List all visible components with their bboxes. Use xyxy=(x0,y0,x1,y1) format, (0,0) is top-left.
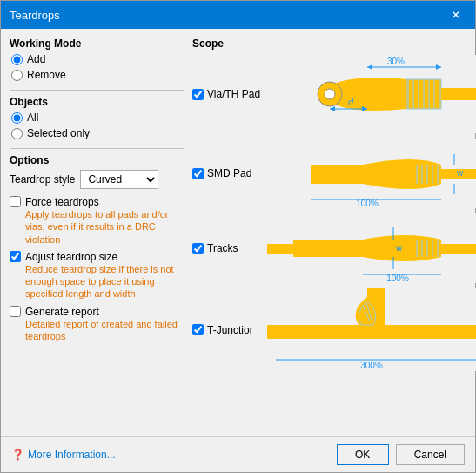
generate-report-option: Generate report Detailed report of creat… xyxy=(10,306,184,343)
force-teardrops-label: Force teardrops xyxy=(25,196,99,208)
t-junction-row: T-Junctior xyxy=(192,288,476,371)
t-junction-diagram: 100% w 300% xyxy=(267,288,476,371)
radio-all[interactable]: All xyxy=(11,111,184,124)
generate-report-main: Generate report xyxy=(10,306,184,318)
cancel-button[interactable]: Cancel xyxy=(396,444,465,465)
working-mode-section: Working Mode Add Remove xyxy=(10,37,184,81)
svg-point-9 xyxy=(325,89,335,99)
dialog-title: Teardrops xyxy=(10,9,60,22)
force-teardrops-checkbox[interactable] xyxy=(10,196,21,207)
ok-button[interactable]: OK xyxy=(337,444,389,465)
all-label: All xyxy=(27,111,38,124)
help-link[interactable]: ❓ More Information... xyxy=(11,449,116,461)
via-th-checkbox[interactable] xyxy=(192,89,204,100)
tracks-checkbox[interactable] xyxy=(192,243,204,254)
svg-rect-39 xyxy=(267,244,293,254)
tracks-diagram: w 100% xyxy=(267,213,476,283)
dialog-teardrops: Teardrops ✕ Working Mode Add Remove xyxy=(0,0,476,473)
via-th-diagram: 30% 70% d xyxy=(267,55,476,133)
tracks-row: Tracks xyxy=(192,213,476,283)
adjust-size-option: Adjust teardrop size Reduce teardrop siz… xyxy=(10,251,184,301)
teardrop-style-row: Teardrop style Curved xyxy=(10,170,184,189)
t-junction-checkbox[interactable] xyxy=(192,324,204,335)
close-button[interactable]: ✕ xyxy=(446,6,466,24)
via-th-row: Via/TH Pad xyxy=(192,55,476,133)
smd-row: SMD Pad xyxy=(192,139,476,208)
adjust-size-checkbox[interactable] xyxy=(10,251,21,262)
tracks-label: Tracks xyxy=(207,242,238,254)
left-panel: Working Mode Add Remove Objects xyxy=(10,37,184,428)
teardrop-style-select[interactable]: Curved xyxy=(80,170,158,189)
svg-rect-10 xyxy=(441,88,476,100)
svg-text:100%: 100% xyxy=(386,274,409,283)
working-mode-group: Add Remove xyxy=(11,53,184,81)
title-bar: Teardrops ✕ xyxy=(1,1,475,29)
add-label: Add xyxy=(27,53,45,65)
radio-selected-only[interactable]: Selected only xyxy=(11,127,184,139)
options-label: Options xyxy=(10,154,184,166)
force-teardrops-main: Force teardrops xyxy=(10,196,184,208)
remove-label: Remove xyxy=(27,69,66,81)
adjust-size-desc: Reduce teardrop size if there is not eno… xyxy=(25,263,184,301)
help-icon: ❓ xyxy=(11,449,24,461)
teardrop-style-label: Teardrop style xyxy=(10,173,75,186)
adjust-size-label: Adjust teardrop size xyxy=(25,251,117,263)
main-content: Working Mode Add Remove Objects xyxy=(1,29,475,436)
selected-only-label: Selected only xyxy=(27,127,90,139)
smd-label: SMD Pad xyxy=(207,167,251,179)
smd-checkbox[interactable] xyxy=(192,168,204,179)
t-junction-check: T-Junctior xyxy=(192,324,262,336)
generate-report-checkbox[interactable] xyxy=(10,306,21,317)
working-mode-label: Working Mode xyxy=(10,37,184,50)
generate-report-desc: Detailed report of created and failed te… xyxy=(25,318,184,343)
via-th-check: Via/TH Pad xyxy=(192,88,262,100)
scope-label: Scope xyxy=(192,37,476,50)
svg-text:30%: 30% xyxy=(387,57,405,66)
footer-buttons: OK Cancel xyxy=(337,444,465,465)
svg-text:w: w xyxy=(456,168,464,178)
objects-section: Objects All Selected only xyxy=(10,96,184,139)
radio-add[interactable]: Add xyxy=(11,53,184,65)
adjust-size-main: Adjust teardrop size xyxy=(10,251,184,263)
svg-rect-38 xyxy=(441,244,476,254)
svg-text:100%: 100% xyxy=(356,199,379,208)
svg-text:300%: 300% xyxy=(360,361,383,370)
svg-text:d: d xyxy=(348,97,354,107)
svg-rect-46 xyxy=(267,325,476,339)
generate-report-label: Generate report xyxy=(25,306,99,318)
help-label: More Information... xyxy=(28,449,116,461)
radio-remove[interactable]: Remove xyxy=(11,69,184,81)
diagram-container: Via/TH Pad xyxy=(192,55,476,371)
via-th-label: Via/TH Pad xyxy=(207,88,260,100)
objects-group: All Selected only xyxy=(11,111,184,139)
objects-label: Objects xyxy=(10,96,184,108)
options-section: Options Teardrop style Curved Force tear… xyxy=(10,154,184,342)
force-teardrops-option: Force teardrops Apply teardrops to all p… xyxy=(10,196,184,246)
force-teardrops-desc: Apply teardrops to all pads and/or vias,… xyxy=(25,208,184,246)
svg-text:w: w xyxy=(395,243,403,253)
right-panel: Scope Via/TH Pad xyxy=(192,37,476,428)
footer: ❓ More Information... OK Cancel xyxy=(1,436,475,472)
tracks-check: Tracks xyxy=(192,242,262,254)
smd-check: SMD Pad xyxy=(192,167,262,179)
svg-rect-32 xyxy=(293,240,363,257)
t-junction-label: T-Junctior xyxy=(207,324,253,336)
smd-diagram: w 200% 100% xyxy=(267,139,476,208)
